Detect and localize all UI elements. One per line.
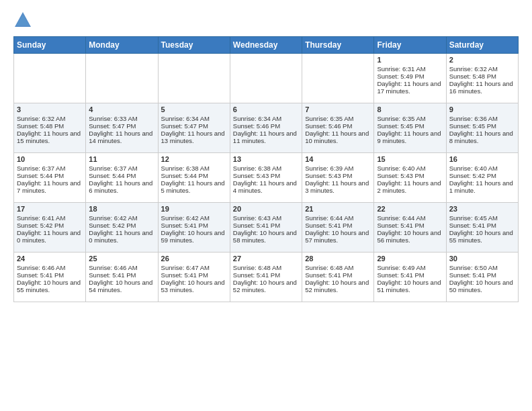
day-info: Sunrise: 6:45 AM	[449, 214, 515, 222]
calendar-cell: 17Sunrise: 6:41 AMSunset: 5:42 PMDayligh…	[14, 203, 86, 253]
day-info: Daylight: 11 hours and 11 minutes.	[233, 130, 299, 144]
day-header-friday: Friday	[374, 37, 446, 54]
calendar-cell: 3Sunrise: 6:32 AMSunset: 5:48 PMDaylight…	[14, 103, 86, 153]
day-info: Sunrise: 6:43 AM	[233, 214, 299, 222]
calendar-cell: 28Sunrise: 6:48 AMSunset: 5:41 PMDayligh…	[302, 253, 374, 302]
calendar-week-3: 10Sunrise: 6:37 AMSunset: 5:44 PMDayligh…	[14, 153, 519, 203]
day-info: Daylight: 11 hours and 16 minutes.	[449, 80, 515, 95]
day-info: Sunrise: 6:40 AM	[377, 165, 443, 172]
day-number: 14	[305, 155, 371, 163]
day-number: 29	[377, 255, 443, 263]
day-info: Sunrise: 6:35 AM	[377, 115, 443, 122]
day-info: Sunset: 5:41 PM	[305, 271, 371, 279]
day-header-tuesday: Tuesday	[158, 37, 230, 54]
day-number: 3	[17, 105, 83, 113]
calendar-week-4: 17Sunrise: 6:41 AMSunset: 5:42 PMDayligh…	[14, 203, 519, 253]
day-number: 24	[17, 255, 83, 263]
day-number: 4	[89, 105, 154, 113]
day-number: 1	[377, 56, 443, 64]
day-header-monday: Monday	[86, 37, 158, 54]
day-info: Sunset: 5:41 PM	[89, 271, 154, 279]
day-info: Daylight: 11 hours and 13 minutes.	[161, 130, 227, 144]
calendar-cell: 27Sunrise: 6:48 AMSunset: 5:41 PMDayligh…	[230, 253, 302, 302]
day-info: Daylight: 11 hours and 7 minutes.	[17, 179, 83, 194]
day-number: 8	[377, 105, 443, 113]
calendar-cell: 26Sunrise: 6:47 AMSunset: 5:41 PMDayligh…	[158, 253, 230, 302]
day-info: Sunrise: 6:38 AM	[161, 165, 227, 172]
calendar-cell: 29Sunrise: 6:49 AMSunset: 5:41 PMDayligh…	[374, 253, 446, 302]
day-info: Sunrise: 6:40 AM	[449, 165, 515, 172]
calendar-cell: 19Sunrise: 6:42 AMSunset: 5:41 PMDayligh…	[158, 203, 230, 253]
day-info: Sunset: 5:46 PM	[305, 122, 371, 130]
calendar-cell	[158, 54, 230, 103]
day-info: Daylight: 10 hours and 57 minutes.	[305, 229, 371, 244]
day-info: Sunrise: 6:37 AM	[89, 165, 154, 172]
calendar-cell: 24Sunrise: 6:46 AMSunset: 5:41 PMDayligh…	[14, 253, 86, 302]
day-info: Sunrise: 6:31 AM	[377, 65, 443, 73]
day-info: Sunset: 5:43 PM	[377, 172, 443, 179]
day-info: Sunrise: 6:48 AM	[305, 264, 371, 271]
day-info: Daylight: 11 hours and 15 minutes.	[17, 130, 83, 144]
day-number: 20	[233, 205, 299, 213]
day-info: Daylight: 11 hours and 5 minutes.	[161, 179, 227, 194]
day-info: Sunrise: 6:34 AM	[161, 115, 227, 122]
day-info: Daylight: 11 hours and 14 minutes.	[89, 130, 154, 144]
day-info: Sunrise: 6:47 AM	[161, 264, 227, 271]
day-info: Daylight: 11 hours and 17 minutes.	[377, 80, 443, 95]
day-header-sunday: Sunday	[14, 37, 86, 54]
day-info: Sunrise: 6:37 AM	[17, 165, 83, 172]
day-info: Sunset: 5:42 PM	[17, 222, 83, 229]
day-info: Daylight: 10 hours and 50 minutes.	[449, 279, 515, 293]
day-info: Sunrise: 6:36 AM	[449, 115, 515, 122]
calendar-cell: 13Sunrise: 6:38 AMSunset: 5:43 PMDayligh…	[230, 153, 302, 203]
day-number: 22	[377, 205, 443, 213]
day-info: Sunset: 5:42 PM	[449, 172, 515, 179]
calendar-cell: 6Sunrise: 6:34 AMSunset: 5:46 PMDaylight…	[230, 103, 302, 153]
day-info: Sunset: 5:43 PM	[305, 172, 371, 179]
day-info: Sunset: 5:41 PM	[161, 271, 227, 279]
day-info: Sunset: 5:41 PM	[377, 222, 443, 229]
calendar-cell: 14Sunrise: 6:39 AMSunset: 5:43 PMDayligh…	[302, 153, 374, 203]
day-info: Daylight: 11 hours and 9 minutes.	[377, 130, 443, 144]
calendar-cell: 21Sunrise: 6:44 AMSunset: 5:41 PMDayligh…	[302, 203, 374, 253]
calendar-cell: 23Sunrise: 6:45 AMSunset: 5:41 PMDayligh…	[446, 203, 518, 253]
logo-icon	[13, 11, 32, 30]
day-info: Daylight: 10 hours and 56 minutes.	[377, 229, 443, 244]
day-info: Sunset: 5:41 PM	[377, 271, 443, 279]
calendar-header: SundayMondayTuesdayWednesdayThursdayFrid…	[14, 37, 519, 54]
day-info: Sunset: 5:49 PM	[377, 73, 443, 80]
day-header-thursday: Thursday	[302, 37, 374, 54]
day-info: Sunrise: 6:46 AM	[17, 264, 83, 271]
day-info: Sunset: 5:48 PM	[17, 122, 83, 130]
day-info: Sunrise: 6:41 AM	[17, 214, 83, 222]
calendar-cell: 4Sunrise: 6:33 AMSunset: 5:47 PMDaylight…	[86, 103, 158, 153]
day-number: 12	[161, 155, 227, 163]
day-number: 16	[449, 155, 515, 163]
calendar-cell: 11Sunrise: 6:37 AMSunset: 5:44 PMDayligh…	[86, 153, 158, 203]
day-number: 13	[233, 155, 299, 163]
calendar-cell	[14, 54, 86, 103]
day-number: 17	[17, 205, 83, 213]
day-info: Sunset: 5:41 PM	[161, 222, 227, 229]
day-info: Sunset: 5:44 PM	[89, 172, 154, 179]
day-info: Sunset: 5:41 PM	[17, 271, 83, 279]
calendar-cell: 25Sunrise: 6:46 AMSunset: 5:41 PMDayligh…	[86, 253, 158, 302]
day-number: 10	[17, 155, 83, 163]
day-info: Sunrise: 6:35 AM	[305, 115, 371, 122]
page-header	[13, 11, 519, 30]
day-info: Sunset: 5:41 PM	[233, 222, 299, 229]
day-info: Daylight: 11 hours and 2 minutes.	[377, 179, 443, 194]
day-info: Sunrise: 6:42 AM	[161, 214, 227, 222]
calendar-cell: 8Sunrise: 6:35 AMSunset: 5:45 PMDaylight…	[374, 103, 446, 153]
calendar-cell: 1Sunrise: 6:31 AMSunset: 5:49 PMDaylight…	[374, 54, 446, 103]
calendar-cell: 20Sunrise: 6:43 AMSunset: 5:41 PMDayligh…	[230, 203, 302, 253]
calendar-cell: 16Sunrise: 6:40 AMSunset: 5:42 PMDayligh…	[446, 153, 518, 203]
calendar-cell: 2Sunrise: 6:32 AMSunset: 5:48 PMDaylight…	[446, 54, 518, 103]
day-info: Sunrise: 6:46 AM	[89, 264, 154, 271]
calendar-cell: 12Sunrise: 6:38 AMSunset: 5:44 PMDayligh…	[158, 153, 230, 203]
day-info: Daylight: 11 hours and 8 minutes.	[449, 130, 515, 144]
day-number: 25	[89, 255, 154, 263]
day-info: Sunrise: 6:33 AM	[89, 115, 154, 122]
calendar-cell: 7Sunrise: 6:35 AMSunset: 5:46 PMDaylight…	[302, 103, 374, 153]
calendar-cell	[230, 54, 302, 103]
